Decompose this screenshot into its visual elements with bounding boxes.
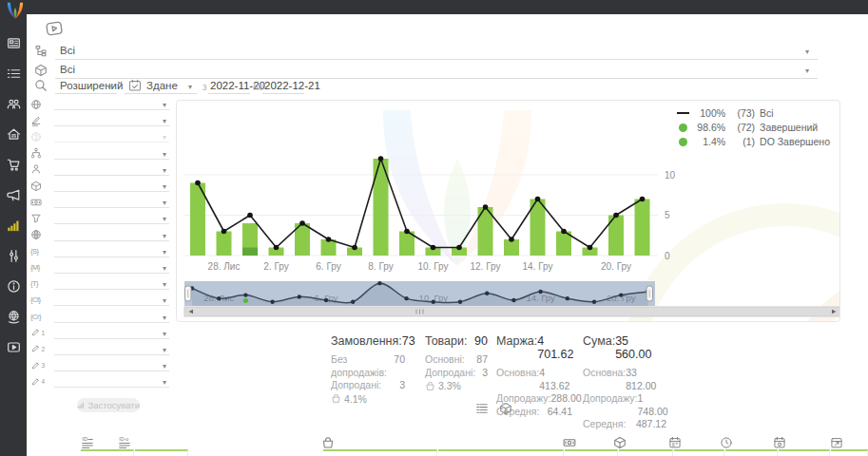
stat-value: 4 701.62 (537, 334, 573, 361)
table-cell[interactable] (135, 449, 188, 456)
minimap-handle (185, 286, 192, 301)
table-cell[interactable] (438, 449, 564, 456)
i-people (7, 97, 21, 111)
i-list (7, 66, 21, 81)
date-to-underline (262, 93, 304, 94)
chevron-down-icon[interactable]: ▾ (805, 66, 809, 75)
product-filter[interactable]: Всі (60, 64, 75, 75)
sidebar-item-video-tutorials[interactable] (6, 340, 21, 354)
chevron-down-icon: ▾ (163, 117, 166, 125)
f-person-icon (30, 163, 45, 176)
column-products-icon[interactable] (613, 436, 627, 449)
date-type-underline (125, 93, 197, 94)
search-mode-underline (55, 93, 117, 94)
filter-select-manager[interactable]: ▾ (54, 163, 169, 176)
filter-select-notes[interactable]: ▾ (54, 114, 169, 126)
brand-logo (3, 1, 28, 26)
date-to-input[interactable]: 2022-12-21 (264, 80, 320, 91)
search-icon[interactable] (34, 79, 48, 92)
chevron-down-icon[interactable]: ▾ (188, 83, 192, 91)
stat-column: Замовлення:73Без допродажів:70Допродані:… (331, 334, 405, 431)
column-basket-icon[interactable] (321, 436, 335, 449)
filter-select-utm-term[interactable]: ▾ (54, 277, 169, 290)
chevron-down-icon[interactable]: ▾ (107, 83, 111, 91)
legend-count: (72) (730, 122, 755, 133)
sidebar-item-info[interactable] (6, 279, 21, 294)
chevron-down-icon: ▾ (163, 330, 166, 338)
filter-select-custom-field-1[interactable]: ▾ (54, 327, 169, 339)
stat-subrow: Середня:487.12 (583, 418, 666, 431)
column-date-done-icon[interactable] (773, 436, 786, 449)
filter-select-utm-source[interactable]: ▾ (54, 245, 169, 257)
search-mode-select[interactable]: Розширений (60, 80, 123, 91)
toggle-orders-table[interactable] (475, 402, 489, 415)
basket-icon (425, 381, 435, 391)
legend-item[interactable]: 98.6%(72)Завершений (676, 122, 830, 133)
legend-item[interactable]: 100%(73)Всі (676, 107, 830, 119)
chevron-down-icon: ▾ (163, 248, 166, 256)
stat-header: Замовлення:73 (331, 334, 405, 348)
svg-text:0: 0 (665, 251, 670, 261)
sidebar-item-settings[interactable] (6, 249, 21, 263)
filter-row-payment: ▾ (30, 194, 169, 210)
stat-subrow: Допродані:3 (331, 379, 405, 392)
f-box (499, 402, 512, 415)
toggle-products-table[interactable] (499, 402, 512, 415)
sidebar-item-shop[interactable] (6, 127, 21, 142)
column-date-export-icon[interactable] (830, 436, 843, 449)
help-video-button[interactable] (43, 19, 66, 39)
braces-icon: {S} (30, 245, 45, 257)
filter-select-structure[interactable]: ▾ (54, 147, 169, 160)
sidebar-item-localization[interactable] (6, 310, 21, 324)
svg-text:14. Гру: 14. Гру (523, 261, 553, 272)
stat-title: Товари: (425, 334, 467, 348)
apply-filters-button[interactable]: Застосувати (77, 398, 140, 412)
filter-select-utm-medium[interactable]: ▾ (54, 261, 169, 274)
legend-pct: 98.6% (694, 122, 725, 133)
filter-select-utm-content[interactable]: ▾ (54, 294, 169, 306)
i-info (7, 279, 21, 294)
filter-select-product[interactable]: ▾ (54, 180, 169, 192)
sidebar-item-marketing[interactable] (6, 188, 21, 202)
table-cell[interactable] (565, 449, 618, 456)
filter-select-custom-field-3[interactable]: ▾ (54, 359, 169, 371)
table-cell[interactable] (725, 449, 778, 456)
filter-select-custom-field-4[interactable]: ▾ (54, 375, 169, 388)
table-cell[interactable] (619, 449, 673, 456)
sidebar-item-orders-list[interactable] (6, 66, 21, 81)
filter-select-custom-field-2[interactable]: ▾ (54, 343, 169, 355)
filter-select-site[interactable]: ▾ (54, 229, 169, 241)
sidebar-item-cart[interactable] (6, 158, 21, 172)
column-date-created-icon[interactable] (668, 436, 682, 449)
sidebar-item-customers[interactable] (6, 97, 21, 111)
braces-icon: {Cr} (30, 311, 45, 323)
stat-subrow: Основна:33 812.00 (583, 367, 666, 392)
sidebar-item-analytics[interactable] (6, 218, 21, 233)
filter-row-product: ▾ (30, 178, 169, 194)
filter-select-funnel[interactable]: ▾ (54, 212, 169, 224)
category-filter[interactable]: Всі (60, 45, 75, 56)
chart-scrollbar-track (184, 307, 839, 316)
legend-item[interactable]: 1.4%(1)DO Завершено (676, 136, 830, 147)
column-sum-icon[interactable] (563, 436, 576, 449)
filter-select-utm-campaign[interactable]: ▾ (54, 311, 169, 323)
filter-select-country[interactable]: ▾ (54, 98, 169, 110)
product-box-icon (34, 64, 48, 77)
table-cell[interactable] (779, 449, 830, 456)
filter-select-payment[interactable]: ▾ (54, 196, 169, 208)
table-cell[interactable] (674, 449, 724, 456)
filter-row-utm-medium: {M}▾ (30, 259, 169, 276)
chevron-down-icon[interactable]: ▾ (805, 48, 809, 56)
svg-text:28. Лис: 28. Лис (208, 261, 241, 272)
sidebar-item-boards[interactable] (6, 36, 21, 50)
column-order-id-icon[interactable] (118, 436, 131, 449)
date-type-select[interactable]: Здане (146, 80, 178, 91)
table-cell[interactable] (323, 449, 437, 456)
chevron-down-icon: ▾ (163, 346, 166, 354)
svg-text:8. Гру: 8. Гру (368, 261, 393, 272)
braces-icon: {T} (30, 277, 45, 290)
column-time-icon[interactable] (720, 436, 733, 449)
table-cell[interactable] (831, 449, 868, 456)
table-cell[interactable] (81, 449, 134, 456)
column-id-icon[interactable] (81, 436, 94, 449)
